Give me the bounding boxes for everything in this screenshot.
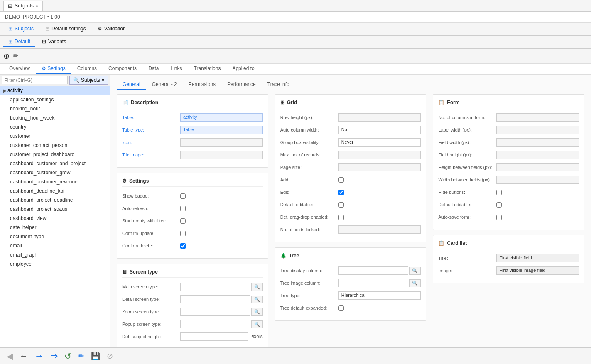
sidebar-item-document-type[interactable]: document_type (0, 232, 110, 241)
hide-buttons-label: Hide buttons: (438, 190, 496, 195)
main-screen-search-icon[interactable]: 🔍 (251, 283, 263, 291)
main-screen-input[interactable] (180, 283, 250, 291)
tree-title: 🌲 Tree (280, 253, 421, 261)
nav-next-button[interactable]: → (34, 351, 44, 362)
sidebar-item-dashboard-project-deadline[interactable]: dashboard_project_deadline (0, 195, 110, 205)
tab-validation[interactable]: ⚙ Validation (93, 24, 131, 34)
confirm-update-checkbox[interactable] (180, 231, 186, 236)
add-checkbox[interactable] (338, 177, 344, 183)
group-box-label: Group box visibility: (280, 140, 338, 145)
sub-tab-links[interactable]: Links (164, 64, 188, 74)
auto-save-row: Auto-save form: (438, 212, 579, 222)
search-icon: 🔍 (73, 77, 79, 83)
sub-tab-components[interactable]: Components (103, 64, 142, 74)
height-between-row: Height between fields (px): (438, 162, 579, 172)
edit-toolbar-button[interactable]: ✏ (78, 352, 84, 361)
nav-last-button[interactable]: ⇒ (50, 351, 58, 362)
card-list-title-value: First visible field (496, 254, 579, 262)
settings-tab-performance[interactable]: Performance (221, 80, 262, 90)
auto-save-checkbox[interactable] (496, 215, 502, 220)
tab-default-settings[interactable]: ⊟ Default settings (40, 24, 91, 34)
sub-tab-applied-to[interactable]: Applied to (226, 64, 260, 74)
default-edit-checkbox[interactable] (338, 202, 344, 208)
sidebar-item-application-settings[interactable]: application_settings (0, 95, 110, 104)
drag-drop-checkbox[interactable] (338, 215, 344, 220)
field-width-label: Field width (px): (438, 140, 496, 145)
zoom-screen-input[interactable] (180, 308, 250, 316)
edit-checkbox[interactable] (338, 190, 344, 195)
sidebar-item-country[interactable]: country (0, 122, 110, 132)
settings-tab-general2[interactable]: General - 2 (146, 80, 183, 90)
no-columns-label: No. of columns in form: (438, 115, 496, 120)
tree-display-search-icon[interactable]: 🔍 (409, 267, 421, 275)
sidebar-item-employee[interactable]: employee (0, 259, 110, 269)
popup-screen-search-icon[interactable]: 🔍 (251, 320, 263, 328)
sidebar-item-email[interactable]: email (0, 241, 110, 250)
sub-tab-settings[interactable]: ⚙ Settings (36, 64, 71, 74)
tree-default-expanded-row: Tree default expanded: (280, 303, 421, 313)
sub-tab-translations[interactable]: Translations (188, 64, 227, 74)
settings-tab-trace-info[interactable]: Trace info (262, 80, 295, 90)
add-button[interactable]: ⊕ (3, 51, 10, 61)
edit-button[interactable]: ✏ (13, 52, 18, 60)
close-icon[interactable]: × (36, 4, 38, 8)
tree-default-expanded-checkbox[interactable] (338, 305, 344, 311)
sidebar-item-email-graph[interactable]: email_graph (0, 250, 110, 259)
sub-tab-columns[interactable]: Columns (71, 64, 103, 74)
detail-screen-input[interactable] (180, 295, 250, 303)
main-tab[interactable]: ⊞ Subjects × (3, 1, 43, 11)
sub-tab-data[interactable]: Data (142, 64, 164, 74)
tree-image-label: Tree image column: (280, 281, 338, 286)
tab-variants[interactable]: ⊟ Variants (37, 37, 71, 47)
sidebar-item-dashboard-view[interactable]: dashboard_view (0, 214, 110, 223)
confirm-delete-checkbox[interactable] (180, 243, 186, 249)
refresh-button[interactable]: ↺ (64, 351, 71, 361)
tree-display-input[interactable] (338, 266, 409, 275)
detail-screen-search-icon[interactable]: 🔍 (251, 296, 263, 303)
sidebar-item-customer-project-dashboard[interactable]: customer_project_dashboard (0, 150, 110, 159)
sidebar-item-dashboard-deadline-kpi[interactable]: dashboard_deadline_kpi (0, 186, 110, 195)
search-filter-button[interactable]: 🔍 Subjects ▾ (69, 76, 108, 85)
form-default-edit-checkbox[interactable] (496, 202, 502, 208)
sidebar-item-dashboard-customer-revenue[interactable]: dashboard_customer_revenue (0, 177, 110, 186)
card-list-section: 📋 Card list Title: First visible field I… (433, 235, 584, 283)
filter-input[interactable] (2, 76, 68, 84)
sidebar-item-booking-hour[interactable]: booking_hour (0, 104, 110, 113)
tree-image-input[interactable] (338, 279, 409, 287)
confirm-update-label: Confirm update: (122, 231, 180, 236)
icon-label: Icon: (122, 140, 180, 145)
zoom-screen-search-icon[interactable]: 🔍 (251, 308, 263, 316)
subjects-icon: ⊞ (8, 26, 12, 32)
save-button[interactable]: 💾 (91, 352, 100, 361)
sidebar-item-customer[interactable]: customer (0, 132, 110, 141)
sidebar-item-customer-contact-person[interactable]: customer_contact_person (0, 141, 110, 150)
hide-buttons-checkbox[interactable] (496, 190, 502, 195)
confirm-delete-row: Confirm delete: (122, 241, 263, 251)
tree-image-search-icon[interactable]: 🔍 (409, 279, 421, 287)
nav-first-button[interactable]: ◀ (7, 351, 13, 361)
grid-icon: ⊞ (8, 3, 12, 9)
sub-tab-overview[interactable]: Overview (3, 64, 36, 74)
sidebar-item-date-helper[interactable]: date_helper (0, 223, 110, 232)
def-subject-input[interactable] (180, 332, 248, 341)
cancel-button[interactable]: ⊘ (107, 352, 113, 361)
drag-drop-label: Def. drag-drop enabled: (280, 215, 338, 220)
tab-default[interactable]: ⊞ Default (3, 37, 35, 47)
sidebar-item-dashboard-project-status[interactable]: dashboard_project_status (0, 205, 110, 214)
table-label: Table: (122, 115, 180, 120)
settings-tab-general[interactable]: General (117, 80, 146, 90)
start-empty-checkbox[interactable] (180, 218, 186, 224)
sidebar-item-activity[interactable]: ▶ activity (0, 86, 110, 95)
sidebar-item-dashboard-customer-grow[interactable]: dashboard_customer_grow (0, 168, 110, 177)
nav-tabs-row2: ⊞ Default ⊟ Variants (0, 36, 591, 49)
tab-subjects[interactable]: ⊞ Subjects (3, 24, 39, 34)
popup-screen-input[interactable] (180, 320, 250, 328)
settings-tab-permissions[interactable]: Permissions (183, 80, 221, 90)
sidebar-item-dashboard-customer-and-project[interactable]: dashboard_customer_and_project (0, 159, 110, 168)
form-section: 📋 Form No. of columns in form: Label wid… (433, 94, 584, 230)
nav-prev-button[interactable]: ← (20, 351, 28, 361)
auto-refresh-checkbox[interactable] (180, 206, 186, 211)
sidebar-item-booking-hour-week[interactable]: booking_hour_week (0, 113, 110, 122)
expand-arrow-icon: ▶ (3, 88, 7, 93)
show-badge-checkbox[interactable] (180, 193, 186, 199)
